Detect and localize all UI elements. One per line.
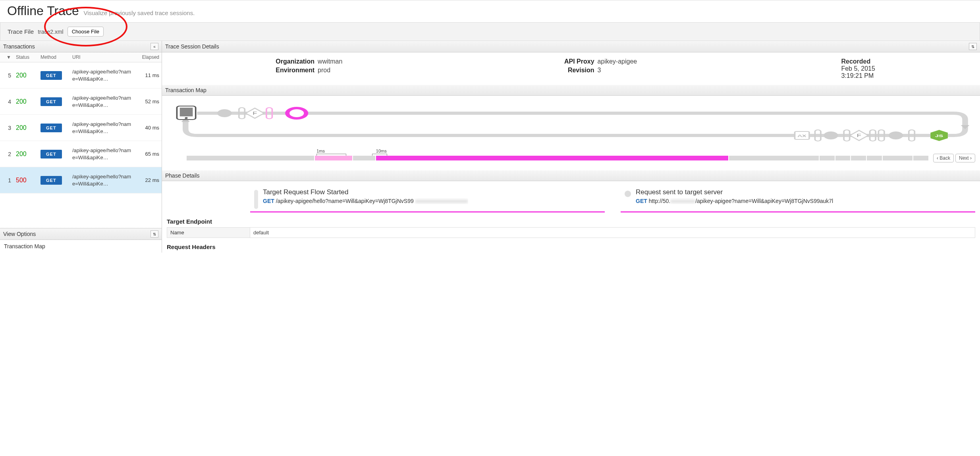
tx-index: 3 <box>0 123 14 133</box>
tx-method-badge: GET <box>41 124 62 132</box>
tx-method-badge: GET <box>41 71 62 80</box>
recorded-label: Recorded <box>841 58 875 65</box>
request-headers-title: Request Headers <box>167 243 975 250</box>
phase-cards: Target Request Flow Started GET /apikey-… <box>162 181 980 213</box>
time-label-1ms: 1ms <box>316 149 325 153</box>
page-header: Offline Trace Visualize previously saved… <box>0 0 980 22</box>
phase-card-request-sent[interactable]: Request sent to target server GET http:/… <box>621 185 975 213</box>
tx-method-badge: GET <box>41 150 62 158</box>
target-endpoint-name-row: Name default <box>167 227 975 238</box>
tx-uri: /apikey-apigee/hello?name=Will&apiKe… <box>70 66 135 84</box>
transaction-row[interactable]: 1500GET/apikey-apigee/hello?name=Will&ap… <box>0 167 162 193</box>
tx-elapsed: 11 ms <box>135 70 162 80</box>
svg-text:AX: AX <box>798 134 806 138</box>
env-label: Environment <box>267 67 314 74</box>
col-elapsed[interactable]: Elapsed <box>135 52 162 62</box>
tx-uri: /apikey-apigee/hello?name=Will&apiKe… <box>70 171 135 189</box>
transaction-map-area: F AX F <box>162 96 980 170</box>
svg-point-14 <box>824 131 838 139</box>
col-method[interactable]: Method <box>38 52 70 62</box>
time-bar: 1ms 10ms ‹ Back <box>167 154 975 162</box>
tx-elapsed: 65 ms <box>135 149 162 159</box>
page-title: Offline Trace <box>7 4 79 18</box>
org-label: Organization <box>267 58 314 65</box>
back-button[interactable]: ‹ Back <box>933 154 954 162</box>
phase-card-title: Target Request Flow Started <box>263 188 468 196</box>
details-header: Trace Session Details ⇅ <box>162 41 980 52</box>
view-options-title: View Options <box>3 231 36 237</box>
apiproxy-value: apikey-apigee <box>598 58 637 65</box>
trace-file-label: Trace File <box>8 28 34 35</box>
recorded-time: 3:19:21 PM <box>841 72 875 79</box>
recorded-date: Feb 5, 2015 <box>841 65 875 72</box>
tx-method-badge: GET <box>41 176 62 185</box>
view-options-toggle[interactable]: ⇅ <box>150 230 158 238</box>
col-uri[interactable]: URI <box>70 52 135 62</box>
phase-card-title: Request sent to target server <box>636 188 833 196</box>
svg-marker-1 <box>961 125 970 129</box>
tx-index: 5 <box>0 70 14 81</box>
transaction-row[interactable]: 2200GET/apikey-apigee/hello?name=Will&ap… <box>0 141 162 167</box>
org-value: wwitman <box>318 58 342 65</box>
transaction-row[interactable]: 5200GET/apikey-apigee/hello?name=Will&ap… <box>0 62 162 89</box>
next-button[interactable]: Next › <box>955 154 975 162</box>
view-option-transaction-map[interactable]: Transaction Map <box>0 240 162 253</box>
tx-index: 1 <box>0 175 14 185</box>
tx-status: 200 <box>16 151 27 157</box>
phase-details-title: Phase Details <box>165 172 199 179</box>
transactions-columns: ▼ Status Method URI Elapsed <box>0 52 162 62</box>
target-name-key: Name <box>167 227 250 238</box>
apiproxy-label: API Proxy <box>547 58 594 65</box>
request-headers-section: Request Headers <box>162 238 980 253</box>
transaction-map-flow[interactable]: F AX F <box>167 100 975 148</box>
trace-file-bar: Trace File trace2.xml Choose File <box>0 22 980 41</box>
details-toggle[interactable]: ⇅ <box>969 43 977 50</box>
pill-icon <box>254 190 258 209</box>
transactions-panel: Transactions « ▼ Status Method URI Elaps… <box>0 41 162 253</box>
svg-rect-3 <box>180 108 193 116</box>
details-panel: Trace Session Details ⇅ Organization wwi… <box>162 41 980 253</box>
tx-method-badge: GET <box>41 97 62 106</box>
tx-uri: /apikey-apigee/hello?name=Will&apiKe… <box>70 145 135 163</box>
time-label-10ms: 10ms <box>376 149 387 153</box>
phase-card-sub: GET http://50.xxxxxxxxx/apikey-apigee?na… <box>636 198 833 204</box>
phase-card-sub: GET /apikey-apigee/hello?name=Will&apiKe… <box>263 198 468 204</box>
time-bar-segments[interactable]: 1ms 10ms <box>187 156 929 160</box>
phase-card-target-request-started[interactable]: Target Request Flow Started GET /apikey-… <box>250 185 605 213</box>
page-subtitle: Visualize previously saved trace session… <box>83 10 195 16</box>
svg-point-4 <box>185 117 187 119</box>
choose-file-button[interactable]: Choose File <box>68 27 104 37</box>
view-options-header: View Options ⇅ <box>0 228 162 240</box>
svg-text:F: F <box>857 133 861 138</box>
col-sort[interactable]: ▼ <box>0 52 14 62</box>
details-title: Trace Session Details <box>165 43 219 50</box>
tx-elapsed: 22 ms <box>135 175 162 185</box>
svg-text:F: F <box>253 111 257 116</box>
svg-text:JS: JS <box>935 134 943 138</box>
transaction-map-title: Transaction Map <box>165 87 206 93</box>
tx-status: 500 <box>16 177 27 184</box>
col-status[interactable]: Status <box>14 52 38 62</box>
dot-icon <box>625 191 631 197</box>
transaction-row[interactable]: 3200GET/apikey-apigee/hello?name=Will&ap… <box>0 115 162 141</box>
revision-value: 3 <box>598 67 601 74</box>
tx-uri: /apikey-apigee/hello?name=Will&apiKe… <box>70 93 135 110</box>
tx-index: 4 <box>0 97 14 107</box>
target-endpoint-section: Target Endpoint Name default <box>162 213 980 238</box>
tx-index: 2 <box>0 149 14 159</box>
tx-elapsed: 52 ms <box>135 97 162 106</box>
transaction-row[interactable]: 4200GET/apikey-apigee/hello?name=Will&ap… <box>0 89 162 115</box>
target-endpoint-title: Target Endpoint <box>167 218 975 225</box>
collapse-transactions-button[interactable]: « <box>150 43 158 50</box>
recorded-block: Recorded Feb 5, 2015 3:19:21 PM <box>841 58 875 79</box>
target-name-value: default <box>250 227 975 238</box>
svg-point-5 <box>217 109 231 117</box>
transactions-title: Transactions <box>3 43 35 50</box>
tx-status: 200 <box>16 124 27 131</box>
svg-point-10 <box>287 108 306 118</box>
trace-file-name: trace2.xml <box>38 29 64 35</box>
session-metadata: Organization wwitman Environment prod AP… <box>162 52 980 85</box>
phase-details-header: Phase Details <box>162 170 980 181</box>
tx-status: 200 <box>16 98 27 105</box>
transactions-header: Transactions « <box>0 41 162 52</box>
